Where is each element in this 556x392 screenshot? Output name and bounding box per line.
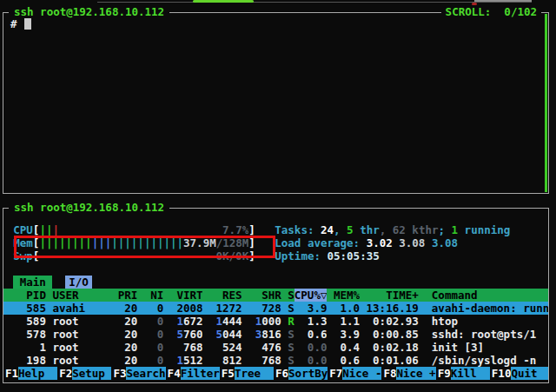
ssh-pane-top[interactable]: ssh root@192.168.10.112 SCROLL: 0/102 # xyxy=(3,12,549,194)
frame-green-bar-artifact xyxy=(193,0,254,3)
load-stat-text: 3.08 xyxy=(432,236,458,249)
fkey-label-quit[interactable]: Quit xyxy=(511,367,548,380)
cell-text: root xyxy=(52,328,78,341)
cell-shr: 476 xyxy=(242,341,281,354)
fkey-f4[interactable]: F4 xyxy=(166,367,181,380)
column-header-pri[interactable]: PRI xyxy=(111,289,137,302)
column-header-pid[interactable]: PID xyxy=(13,289,46,302)
tab-main[interactable]: Main xyxy=(13,276,52,289)
fkey-f7[interactable]: F7 xyxy=(328,367,342,380)
cell-res: 812 xyxy=(202,354,242,367)
fkey-f5[interactable]: F5 xyxy=(220,367,235,380)
cell-ni: 0 xyxy=(137,315,163,328)
fkey-label-sortby[interactable]: SortBy xyxy=(288,367,328,380)
frame-top-line-artifact xyxy=(97,2,532,3)
column-header-cpu[interactable]: CPU%▽ xyxy=(295,289,328,302)
swp-meter[interactable]: Swp[0K/0K] xyxy=(13,249,255,262)
pane-title: ssh root@192.168.10.112 xyxy=(9,5,169,18)
fkey-f3[interactable]: F3 xyxy=(111,367,126,380)
pane-scrollbar[interactable] xyxy=(545,14,547,192)
cell-virt: 5760 xyxy=(163,328,202,341)
column-header-cmd[interactable]: Command xyxy=(419,289,548,302)
cell-text: root xyxy=(52,315,78,328)
process-row[interactable]: 585avahi20020081272728S3.91.013:16.19ava… xyxy=(3,302,548,315)
swp-meter-value: 0K/0K xyxy=(216,249,249,262)
cell-text: S xyxy=(288,341,295,354)
cpu-meter[interactable]: CPU[|||7.7%] xyxy=(13,223,255,236)
mem-meter-value: 37.9M/128M xyxy=(183,236,248,249)
cell-text: 1.3 xyxy=(308,315,328,328)
tab-io[interactable]: I/O xyxy=(65,276,91,289)
terminal-screen: ssh root@192.168.10.112 SCROLL: 0/102 # … xyxy=(0,0,556,392)
process-row[interactable]: 578root200576050443816S0.63.90:00.85sshd… xyxy=(3,328,548,341)
cell-ni: 0 xyxy=(137,328,163,341)
process-row[interactable]: 198root2001512812768S0.00.60:01.06/sbin/… xyxy=(3,354,548,367)
column-header-shr[interactable]: SHR xyxy=(242,289,281,302)
scroll-value: 0/102 xyxy=(504,5,537,18)
cell-text: S xyxy=(288,302,295,315)
swp-meter-label: Swp xyxy=(13,249,33,262)
column-header-ni[interactable]: NI xyxy=(137,289,163,302)
fkey-label-setup[interactable]: Setup xyxy=(72,367,111,380)
cell-text: 1 xyxy=(176,315,183,328)
cell-res: 5044 xyxy=(202,328,242,341)
cell-text: 3.9 xyxy=(340,328,360,341)
fkey-f2[interactable]: F2 xyxy=(57,367,72,380)
cell-pri: 20 xyxy=(111,354,137,367)
fkey-f10[interactable]: F10 xyxy=(490,367,512,380)
fkey-label-nice[interactable]: Nice + xyxy=(396,367,435,380)
column-header-s[interactable]: S xyxy=(281,289,295,302)
fkey-label-search[interactable]: Search xyxy=(126,367,165,380)
fkey-f6[interactable]: F6 xyxy=(274,367,288,380)
cell-virt: 1512 xyxy=(163,354,202,367)
tasks-stat-text: ; xyxy=(438,223,451,236)
column-header-virt[interactable]: VIRT xyxy=(163,289,202,302)
cell-text: 1 xyxy=(216,315,223,328)
cell-text: 816 xyxy=(261,328,281,341)
column-header-user[interactable]: USER xyxy=(46,289,111,302)
cell-text: 0.6 xyxy=(340,354,360,367)
column-header-mem[interactable]: MEM% xyxy=(327,289,360,302)
fkey-label-nice[interactable]: Nice - xyxy=(342,367,381,380)
column-header-res[interactable]: RES xyxy=(202,289,242,302)
cell-shr: 768 xyxy=(242,354,281,367)
cell-text: avahi-daemon: running xyxy=(432,302,548,315)
load-stat: Load average: 3.02 3.08 3.08 xyxy=(255,236,458,249)
mem-meter[interactable]: Mem[||||||||||||||||||||||37.9M/128M] xyxy=(13,236,255,249)
cell-time: 0:01.06 xyxy=(360,354,419,367)
cell-text: 0.4 xyxy=(340,341,360,354)
fkey-label-help[interactable]: Help xyxy=(18,367,57,380)
cell-pri: 20 xyxy=(111,315,137,328)
cell-res: 1444 xyxy=(202,315,242,328)
fkey-f8[interactable]: F8 xyxy=(381,367,396,380)
cell-text: 444 xyxy=(222,315,242,328)
cell-text: 0:00.85 xyxy=(373,328,419,341)
process-table-header[interactable]: PIDUSERPRINIVIRTRESSHRSCPU%▽MEM%TIME+Com… xyxy=(3,289,548,302)
cell-mem: 1.1 xyxy=(327,315,360,328)
cell-cpu: 3.9 xyxy=(295,302,328,315)
cell-text: 3.9 xyxy=(308,302,328,315)
cell-cmd: sshd: root@pts/1 xyxy=(419,328,548,341)
column-header-time[interactable]: TIME+ xyxy=(360,289,419,302)
cell-text: root xyxy=(52,354,78,367)
fkey-label-kill[interactable]: Kill xyxy=(451,367,490,380)
cell-time: 0:02.18 xyxy=(360,341,419,354)
cell-pid: 585 xyxy=(13,302,46,315)
process-row[interactable]: 589root200167214441000R1.31.10:02.93htop xyxy=(3,315,548,328)
process-row[interactable]: 1root200768524476S0.00.40:02.18init [3] xyxy=(3,341,548,354)
cpu-meter-value: 7.7% xyxy=(222,223,248,236)
fkey-label-tree[interactable]: Tree xyxy=(235,367,274,380)
ssh-pane-bottom[interactable]: ssh root@192.168.10.112 CPU[|||7.7%]Task… xyxy=(3,208,549,383)
tasks-stat-text: , xyxy=(334,223,347,236)
mem-meter-value-text: /128M xyxy=(216,236,248,249)
tasks-stat-text: 1 xyxy=(452,223,459,236)
fkey-f1[interactable]: F1 xyxy=(3,367,18,380)
mem-meter-value-text: 37.9M xyxy=(183,236,216,249)
cell-text: 0 xyxy=(157,302,164,315)
tasks-stat-text: , xyxy=(380,223,393,236)
fkey-label-filter[interactable]: Filter xyxy=(181,367,220,380)
cell-s: R xyxy=(281,315,295,328)
cell-text: 5 xyxy=(176,328,183,341)
cell-text: 672 xyxy=(183,315,203,328)
fkey-f9[interactable]: F9 xyxy=(436,367,451,380)
